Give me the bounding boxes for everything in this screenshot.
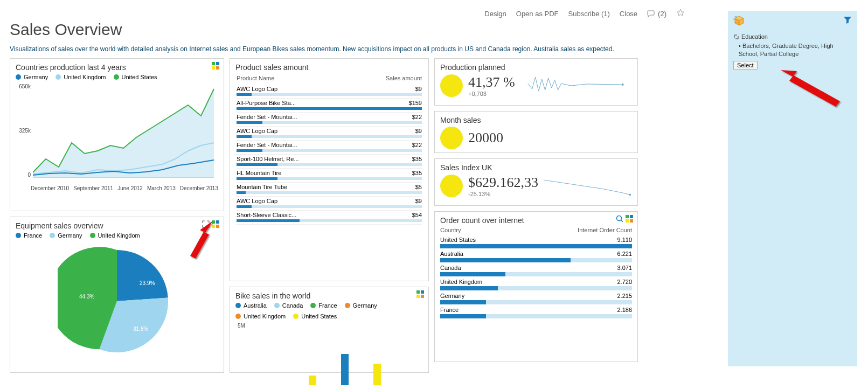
product-amount: $9 [415, 198, 422, 204]
table-row[interactable]: Short-Sleeve Classic...$54 [235, 211, 423, 225]
legend-item[interactable]: Germany [16, 74, 48, 80]
kpi-production-widget[interactable]: Production planned 41,37 % +0,703 [434, 58, 638, 106]
legend-item[interactable]: Germany [345, 302, 377, 309]
country-name: France [440, 307, 459, 313]
widget-title: Equipment sales overview [16, 221, 218, 230]
equipment-sales-widget[interactable]: Equipment sales overview France Germany … [10, 217, 224, 373]
legend-label: United States [122, 74, 157, 80]
legend-item[interactable]: Australia [235, 302, 267, 309]
table-row[interactable]: Fender Set - Mountai...$22 [235, 141, 423, 155]
bar[interactable] [341, 354, 349, 385]
comments-count: (2) [658, 10, 666, 18]
widget-title: Month sales [440, 116, 632, 124]
bar-fill [237, 205, 252, 208]
product-amount: $35 [412, 170, 422, 176]
table-row[interactable]: AWC Logo Cap$9 [235, 85, 423, 99]
table-row[interactable]: AWC Logo Cap$9 [235, 127, 423, 141]
product-name: Sport-100 Helmet, Re... [237, 156, 299, 162]
legend-item[interactable]: United Kingdom [90, 232, 140, 239]
filter-field-header[interactable]: Education [733, 33, 852, 40]
expand-icon[interactable] [202, 220, 210, 228]
country-name: Germany [440, 293, 464, 299]
product-sales-widget[interactable]: Product sales amount Product Name Sales … [230, 58, 429, 281]
table-row[interactable]: All-Purpose Bike Sta...$159 [235, 99, 423, 113]
widget-title: Sales Index UK [440, 163, 632, 172]
search-icon[interactable] [616, 215, 623, 223]
legend-label: United States [301, 313, 337, 319]
y-tick: 5M [238, 323, 245, 329]
bike-sales-widget[interactable]: Bike sales in the world Australia Canada… [230, 287, 429, 373]
product-amount: $5 [415, 184, 422, 190]
kpi-uk-widget[interactable]: Sales Index UK $629.162,33 -25.13% [434, 158, 638, 206]
bar-bg [237, 191, 422, 194]
open-pdf-link[interactable]: Open as PDF [516, 10, 559, 18]
grid-icon[interactable] [212, 62, 219, 70]
table-row[interactable]: AWC Logo Cap$9 [235, 197, 423, 211]
legend-item[interactable]: United Kingdom [55, 74, 106, 80]
legend-item[interactable]: United States [114, 74, 157, 80]
funnel-icon[interactable] [843, 16, 852, 26]
bar[interactable] [309, 376, 316, 385]
table-row[interactable]: Canada3.071 [440, 263, 632, 277]
table-row[interactable]: United Kingdom2.720 [440, 277, 632, 291]
product-amount: $159 [409, 100, 422, 106]
legend-item[interactable]: France [310, 302, 337, 309]
grid-icon[interactable] [212, 220, 219, 228]
grid-icon[interactable] [416, 290, 424, 298]
product-amount: $35 [412, 156, 422, 162]
table-row[interactable]: United States9.110 [440, 235, 632, 249]
design-link[interactable]: Design [484, 10, 506, 18]
legend-item[interactable]: France [16, 232, 42, 239]
table-row[interactable]: HL Mountain Tire$35 [235, 169, 423, 183]
kpi-month-widget[interactable]: Month sales 20000 [434, 111, 638, 153]
countries-production-widget[interactable]: Countries production last 4 years German… [10, 58, 224, 211]
kpi-value: 41,37 % [468, 74, 515, 91]
comments-button[interactable]: (2) [647, 10, 666, 18]
bar[interactable] [373, 364, 381, 385]
pie-chart[interactable]: 23.9% 31.8% 44.3% [16, 242, 218, 360]
product-rows: AWC Logo Cap$9 All-Purpose Bike Sta...$1… [235, 85, 423, 225]
legend-label: Australia [244, 302, 267, 309]
legend-item[interactable]: Germany [50, 232, 82, 239]
sparkline [520, 74, 632, 98]
bar-bg [440, 244, 632, 248]
legend-item[interactable]: United States [293, 313, 337, 319]
svg-rect-12 [416, 290, 420, 294]
col-header: Country [440, 227, 461, 233]
subscribe-link[interactable]: Subscribe (1) [568, 10, 610, 18]
order-count-widget[interactable]: Order count over internet Country Intern… [434, 211, 638, 362]
bar-bg [237, 163, 422, 166]
table-row[interactable]: France2.186 [440, 305, 632, 319]
svg-line-19 [621, 220, 623, 223]
table-header: Country Internet Order Count [440, 227, 632, 233]
svg-rect-22 [626, 219, 629, 223]
table-row[interactable]: Sport-100 Helmet, Re...$35 [235, 155, 423, 169]
svg-text:23.9%: 23.9% [140, 280, 155, 286]
table-row[interactable]: Australia6.221 [440, 249, 632, 263]
svg-rect-5 [212, 220, 215, 224]
line-chart-svg [33, 84, 216, 178]
legend-label: Canada [282, 302, 303, 309]
filter-values: • Bachelors, Graduate Degree, High Schoo… [739, 42, 852, 59]
order-value: 6.221 [617, 251, 632, 257]
table-row[interactable]: Fender Set - Mountai...$22 [235, 113, 423, 127]
grid-icon[interactable] [626, 215, 633, 223]
table-row[interactable]: Germany2.215 [440, 291, 632, 305]
column-1: Countries production last 4 years German… [10, 58, 224, 373]
legend-item[interactable]: Canada [274, 302, 303, 309]
y-axis: 650k 325k 0 [17, 84, 33, 182]
bar-bg [237, 205, 422, 208]
table-row[interactable]: Mountain Tire Tube$5 [235, 183, 423, 197]
legend-item[interactable]: United Kingdom [235, 313, 286, 319]
column-chart[interactable]: 5M [235, 323, 423, 387]
line-chart[interactable]: 650k 325k 0 December 2010 [16, 84, 218, 191]
favorite-button[interactable] [676, 9, 685, 19]
svg-rect-1 [216, 62, 219, 65]
cube-icon[interactable] [733, 15, 745, 27]
close-link[interactable]: Close [620, 10, 637, 18]
legend-dot [235, 314, 241, 319]
widget-tools [616, 215, 633, 223]
legend-dot [55, 74, 61, 80]
filter-select-button[interactable]: Select [733, 61, 758, 70]
bar-fill [237, 163, 277, 166]
